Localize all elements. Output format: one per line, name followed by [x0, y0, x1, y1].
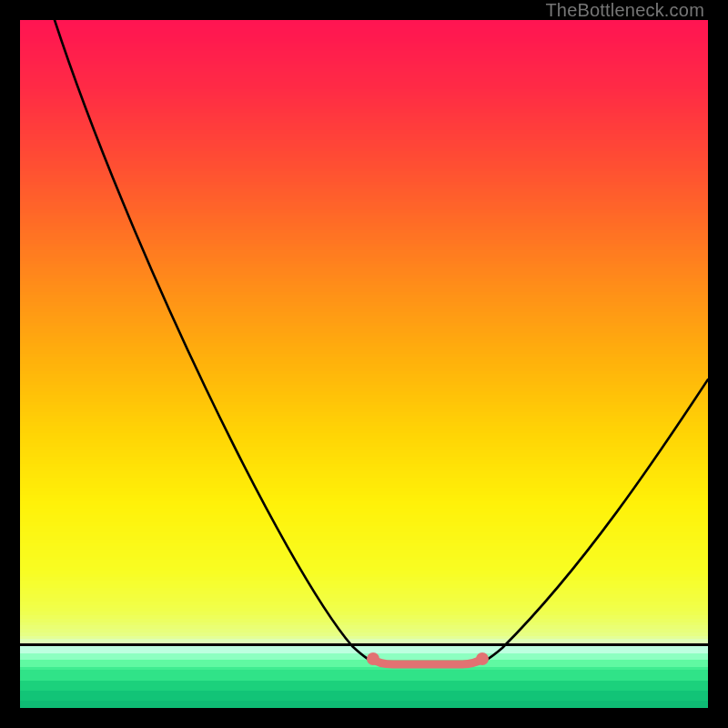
bottleneck-curve [55, 20, 708, 664]
chart-frame: TheBottleneck.com [0, 0, 728, 728]
curve-layer [20, 20, 708, 708]
bottleneck-dot-right-icon [476, 652, 489, 665]
bottleneck-marker [373, 659, 482, 664]
bottleneck-dot-left-icon [367, 652, 379, 665]
watermark-label: TheBottleneck.com [545, 0, 704, 21]
plot-area [20, 20, 708, 708]
